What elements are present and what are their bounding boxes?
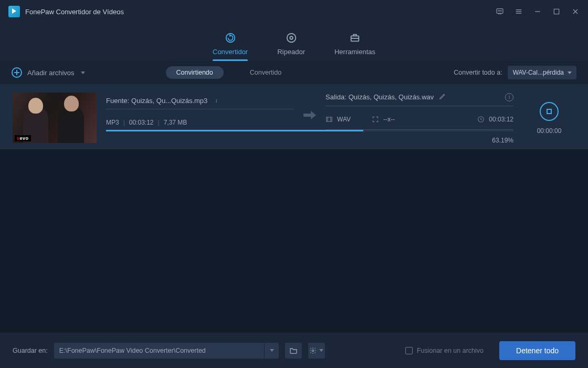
main-tabs: Convertidor Ripeador Herramientas [0, 23, 588, 61]
pill-converted[interactable]: Convertido [239, 66, 292, 79]
thumbnail[interactable]: vvevoevo [13, 93, 97, 143]
output-prefix: Salida: [326, 93, 346, 101]
tab-label: Convertidor [213, 48, 248, 56]
sub-toolbar: Añadir archivos Convirtiendo Convertido … [0, 61, 588, 84]
output-filename: Quizás, Quizás, Quizás.wav [349, 93, 434, 101]
app-logo-icon [8, 6, 20, 17]
pill-converting[interactable]: Convirtiendo [166, 66, 224, 79]
clock-icon [477, 116, 485, 123]
tab-herramientas[interactable]: Herramientas [334, 32, 375, 61]
svg-point-2 [499, 11, 500, 11]
source-format: MP3 [106, 119, 119, 126]
output-format: WAV [337, 116, 351, 123]
expand-icon [372, 116, 379, 123]
tab-label: Herramientas [334, 48, 375, 56]
app-title: FonePaw Convertidor de Vídeos [25, 8, 124, 16]
close-icon[interactable] [571, 7, 580, 16]
source-duration: 00:03:12 [129, 119, 154, 126]
save-to-label: Guardar en: [13, 347, 48, 354]
add-files-button[interactable]: Añadir archivos [12, 67, 85, 78]
dropdown-value: WAV-Cal...pérdida [513, 69, 564, 76]
elapsed-time: 00:00:00 [537, 127, 562, 135]
feedback-icon[interactable] [496, 7, 504, 16]
toolbox-icon [349, 32, 361, 44]
source-filename: Quizás, Qu...Quizás.mp3 [131, 97, 207, 105]
tab-convertidor[interactable]: Convertidor [213, 32, 248, 61]
source-prefix: Fuente: [106, 97, 129, 105]
minimize-icon[interactable] [533, 7, 542, 16]
save-path-field[interactable]: E:\FonePaw\FonePaw Video Converter\Conve… [54, 343, 264, 359]
stop-all-button[interactable]: Detener todo [499, 341, 575, 360]
svg-point-3 [501, 11, 501, 11]
menu-icon[interactable] [514, 7, 523, 16]
plus-icon [12, 67, 22, 78]
convert-icon [225, 32, 236, 44]
merge-checkbox[interactable]: Fusionar en un archivo [405, 347, 484, 354]
stop-item-button[interactable] [540, 102, 559, 121]
svg-point-13 [290, 36, 293, 39]
svg-rect-8 [554, 9, 559, 14]
info-circle-icon[interactable]: i [505, 93, 513, 101]
maximize-icon[interactable] [552, 7, 561, 16]
output-duration: 00:03:12 [489, 116, 513, 123]
footer-bar: Guardar en: E:\FonePaw\FonePaw Video Con… [0, 332, 588, 368]
progress-fill [106, 130, 363, 131]
status-pill-tabs: Convirtiendo Convertido [166, 66, 292, 79]
svg-point-1 [498, 11, 499, 11]
chevron-down-icon [319, 349, 323, 352]
save-path-value: E:\FonePaw\FonePaw Video Converter\Conve… [59, 347, 206, 354]
tab-label: Ripeador [277, 48, 305, 56]
edit-icon[interactable] [439, 93, 446, 101]
svg-rect-16 [327, 117, 332, 121]
open-folder-button[interactable] [285, 343, 302, 359]
progress-bar [106, 130, 513, 131]
tab-ripeador[interactable]: Ripeador [277, 32, 305, 61]
file-list: vvevoevo Fuente: Quizás, Qu...Quizás.mp3… [0, 84, 588, 332]
info-icon[interactable]: i [213, 97, 220, 104]
save-path-dropdown[interactable] [264, 343, 279, 359]
film-icon [326, 116, 333, 123]
convert-all-dropdown[interactable]: WAV-Cal...pérdida [508, 66, 576, 79]
titlebar: FonePaw Convertidor de Vídeos [0, 0, 588, 23]
checkbox-icon [405, 347, 413, 354]
convert-all-control: Convertir todo a: WAV-Cal...pérdida [454, 66, 576, 79]
vevo-badge: vvevoevo [15, 135, 31, 141]
convert-all-label: Convertir todo a: [454, 69, 502, 76]
settings-button[interactable] [308, 343, 325, 359]
disc-icon [286, 32, 297, 44]
svg-point-12 [287, 34, 296, 43]
stop-icon [547, 109, 552, 114]
merge-label: Fusionar en un archivo [417, 347, 484, 354]
source-size: 7,37 MB [164, 119, 187, 126]
chevron-down-icon [81, 71, 85, 74]
add-files-label: Añadir archivos [27, 69, 75, 77]
arrow-right-icon [302, 110, 317, 122]
chevron-down-icon [568, 71, 572, 74]
svg-point-20 [312, 350, 314, 352]
progress-percent: 63.19% [106, 131, 513, 144]
chevron-down-icon [270, 349, 274, 352]
output-resolution: --x-- [383, 116, 395, 123]
file-item: vvevoevo Fuente: Quizás, Qu...Quizás.mp3… [0, 84, 588, 149]
